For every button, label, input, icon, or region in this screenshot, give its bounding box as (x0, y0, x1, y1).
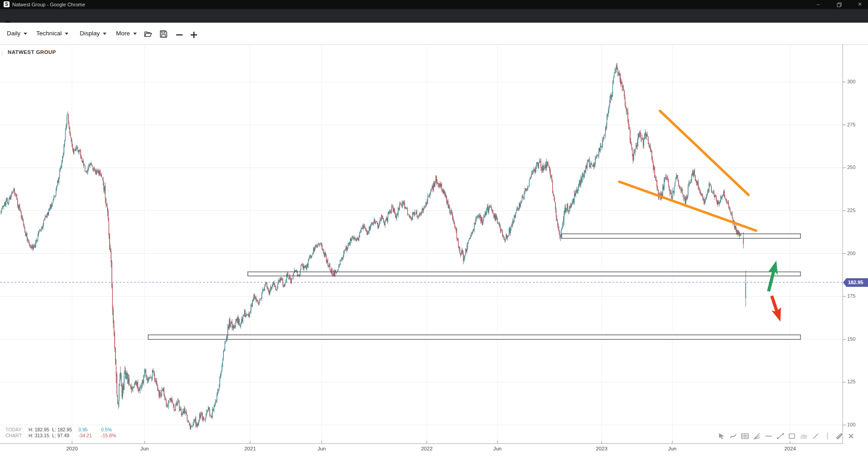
time-tick-label: Jun (487, 446, 507, 451)
browser-window: S Natwest Group - Google Chrome – ✕ fina… (0, 0, 868, 464)
time-tick-label: 2020 (62, 446, 82, 451)
price-tick-label: 150 (847, 336, 855, 342)
grid-tool-icon[interactable] (741, 432, 749, 440)
price-tick-label: 250 (847, 164, 855, 170)
time-tick-label: 2021 (240, 446, 260, 451)
close-tool-icon[interactable] (847, 432, 855, 440)
price-tick-label: 300 (847, 79, 855, 84)
ruler-tool-icon[interactable] (835, 432, 843, 440)
price-zone-box[interactable] (148, 335, 800, 339)
down-arrow-drawing[interactable] (767, 294, 786, 323)
time-tick-label: 2022 (417, 446, 437, 451)
curve-tool-icon[interactable] (729, 432, 737, 440)
text-tool-icon[interactable]: Abc (800, 432, 808, 440)
candlestick-chart-canvas[interactable] (0, 0, 868, 464)
rectangle-tool-icon[interactable] (788, 432, 796, 440)
fan-tool-icon[interactable] (753, 432, 761, 440)
horizontal-line-tool-icon[interactable] (765, 432, 772, 440)
up-candles (0, 66, 746, 430)
pointer-tool-icon[interactable] (718, 432, 725, 440)
trendline-drawing[interactable] (660, 111, 748, 195)
time-tick-label: 2023 (592, 446, 612, 451)
price-zone-box[interactable] (562, 234, 800, 238)
price-tick-label: 200 (847, 251, 855, 256)
price-tick-label: 125 (847, 379, 855, 384)
drawing-toolbar: Abc (718, 432, 855, 440)
time-tick-label: Jun (135, 446, 154, 451)
svg-text:Abc: Abc (800, 434, 808, 438)
candle-wicks (1, 63, 746, 430)
current-price-tag: 182.95 (843, 278, 868, 287)
time-tick-label: 2024 (780, 446, 800, 451)
time-tick-label: Jun (312, 446, 332, 451)
price-tick-label: 225 (847, 208, 855, 213)
price-tick-label: 175 (847, 293, 855, 299)
price-tick-label: 275 (847, 122, 855, 127)
divider-tool-icon (824, 432, 831, 440)
down-candles (3, 65, 743, 430)
trend-line-tool-icon[interactable] (776, 432, 784, 440)
diagonal-line-tool-icon[interactable] (812, 432, 820, 440)
price-tick-label: 100 (847, 422, 855, 427)
trendline-drawing[interactable] (619, 182, 756, 231)
time-tick-label: Jun (662, 446, 682, 451)
